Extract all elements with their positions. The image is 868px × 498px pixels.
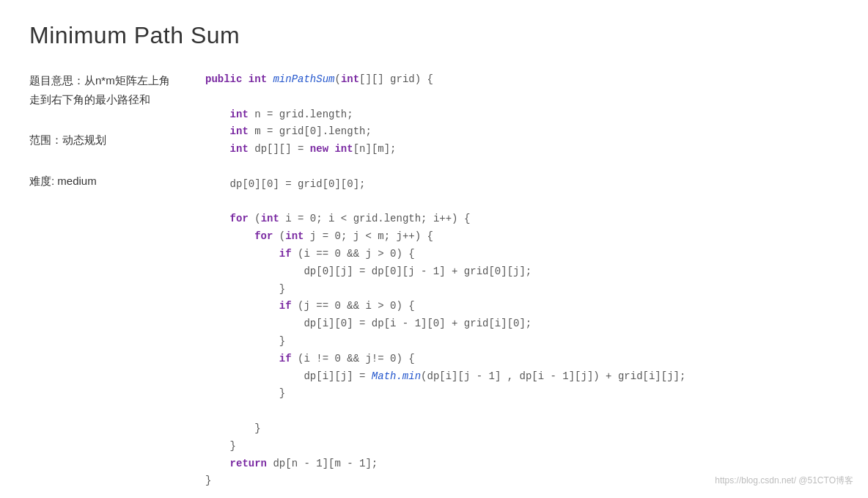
code-line-6: for (int i = 0; i < grid.length; i++) { [205, 210, 839, 228]
scope-text: 范围：动态规划 [29, 133, 106, 146]
code-line-9: dp[0][j] = dp[0][j - 1] + grid[0][j]; [205, 263, 839, 281]
code-line-11: if (j == 0 && i > 0) { [205, 298, 839, 315]
difficulty-text: 难度: medium [29, 175, 97, 187]
code-line-blank-1 [205, 89, 839, 106]
code-line-15: dp[i][j] = Math.min(dp[i][j - 1] , dp[i … [205, 368, 839, 386]
code-line-1: public int minPathSum(int[][] grid) { [205, 71, 839, 89]
difficulty-section: 难度: medium [29, 172, 176, 191]
description-text: 题目意思：从n*m矩阵左上角走到右下角的最小路径和 [29, 74, 170, 106]
code-line-5: dp[0][0] = grid[0][0]; [205, 176, 839, 194]
code-line-blank-2 [205, 158, 839, 176]
watermark-url: https://blog.csdn.net/ [715, 475, 796, 486]
code-line-2: int n = grid.length; [205, 106, 839, 124]
code-line-blank-4 [205, 403, 839, 420]
code-line-13: } [205, 333, 839, 351]
code-line-18: } [205, 438, 839, 455]
code-line-12: dp[i][0] = dp[i - 1][0] + grid[i][0]; [205, 315, 839, 333]
code-line-4: int dp[][] = new int[n][m]; [205, 141, 839, 158]
code-line-10: } [205, 281, 839, 299]
left-panel: 题目意思：从n*m矩阵左上角走到右下角的最小路径和 范围：动态规划 难度: me… [29, 71, 176, 490]
code-line-7: for (int j = 0; j < m; j++) { [205, 228, 839, 246]
footer: https://blog.csdn.net/ @51CTO博客 [715, 475, 853, 487]
scope-section: 范围：动态规划 [29, 131, 176, 150]
code-panel: public int minPathSum(int[][] grid) { in… [205, 71, 839, 490]
code-line-14: if (i != 0 && j!= 0) { [205, 351, 839, 368]
description-section: 题目意思：从n*m矩阵左上角走到右下角的最小路径和 [29, 71, 176, 109]
code-line-16: } [205, 385, 839, 403]
code-line-8: if (i == 0 && j > 0) { [205, 246, 839, 263]
code-line-19: return dp[n - 1][m - 1]; [205, 455, 839, 473]
main-layout: 题目意思：从n*m矩阵左上角走到右下角的最小路径和 范围：动态规划 难度: me… [29, 71, 839, 490]
code-line-blank-3 [205, 194, 839, 211]
page-title: Minimum Path Sum [29, 22, 839, 49]
code-line-3: int m = grid[0].length; [205, 123, 839, 141]
code-line-17: } [205, 420, 839, 438]
watermark-site: @51CTO博客 [798, 475, 853, 486]
